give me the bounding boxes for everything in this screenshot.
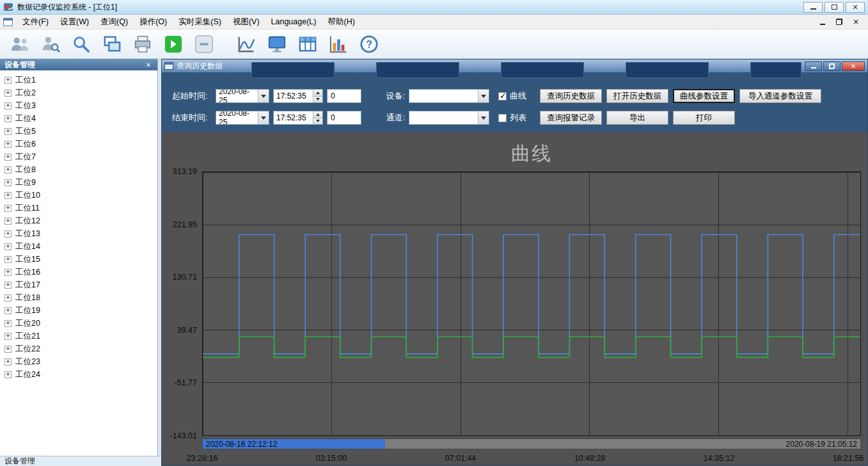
end-date-combobox[interactable]: 2020-08-25 <box>216 111 269 125</box>
close-button[interactable] <box>846 2 865 13</box>
spin-up-icon[interactable] <box>313 111 322 118</box>
spin-up-icon[interactable] <box>313 90 322 97</box>
tree-item-工位11[interactable]: 工位11 <box>4 202 157 214</box>
dropdown-arrow-icon[interactable] <box>258 90 269 102</box>
minimize-button[interactable] <box>803 2 823 13</box>
end-time-spinner[interactable]: 17:52:35 <box>273 111 323 125</box>
channel-combobox[interactable] <box>409 111 489 125</box>
expand-icon[interactable] <box>4 115 12 122</box>
dialog-restore-button[interactable] <box>823 61 840 71</box>
tree-item-工位15[interactable]: 工位15 <box>4 253 157 266</box>
tree-item-工位21[interactable]: 工位21 <box>4 330 157 342</box>
expand-icon[interactable] <box>4 218 12 225</box>
menu-item[interactable]: 设置(W) <box>54 15 95 29</box>
expand-icon[interactable] <box>4 346 12 353</box>
tree-item-工位18[interactable]: 工位18 <box>4 291 157 304</box>
mdi-restore-button[interactable] <box>834 17 844 26</box>
expand-icon[interactable] <box>4 320 12 327</box>
tree-item-工位19[interactable]: 工位19 <box>4 304 157 317</box>
user-search-icon[interactable] <box>38 32 63 56</box>
expand-icon[interactable] <box>4 205 12 212</box>
menu-item[interactable]: 查询(Q) <box>95 15 134 29</box>
import-channel-settings-button[interactable]: 导入通道参数设置 <box>739 89 821 103</box>
chart-scrollbar-thumb[interactable]: 2020-08-16 22:12:12 <box>203 439 385 449</box>
tree-item-工位20[interactable]: 工位20 <box>4 317 157 330</box>
dialog-close-button[interactable] <box>842 61 865 71</box>
open-history-button[interactable]: 打开历史数据 <box>606 89 668 103</box>
maximize-button[interactable] <box>825 2 844 13</box>
expand-icon[interactable] <box>4 371 12 378</box>
tree-item-工位2[interactable]: 工位2 <box>4 86 157 99</box>
expand-icon[interactable] <box>4 294 12 301</box>
curve-checkbox-group[interactable]: 曲线 <box>498 90 535 102</box>
menu-item[interactable]: 操作(O) <box>134 15 173 29</box>
tree-item-工位3[interactable]: 工位3 <box>4 99 157 112</box>
expand-icon[interactable] <box>4 154 12 161</box>
menu-item[interactable]: Language(L) <box>265 15 322 28</box>
expand-icon[interactable] <box>4 128 12 135</box>
tree-item-工位13[interactable]: 工位13 <box>4 227 157 240</box>
panel-close-button[interactable] <box>144 60 153 69</box>
expand-icon[interactable] <box>4 230 12 237</box>
windows-icon[interactable] <box>100 32 124 56</box>
start-ms-input[interactable] <box>327 89 361 103</box>
menu-item[interactable]: 文件(F) <box>17 15 54 29</box>
expand-icon[interactable] <box>4 282 12 289</box>
bar-chart-icon[interactable] <box>326 32 351 56</box>
mdi-close-button[interactable] <box>851 17 861 26</box>
curve-settings-button[interactable]: 曲线参数设置 <box>673 89 735 103</box>
expand-icon[interactable] <box>4 333 12 340</box>
dialog-minimize-button[interactable] <box>805 61 822 71</box>
expand-icon[interactable] <box>4 256 12 263</box>
expand-icon[interactable] <box>4 192 12 199</box>
dropdown-arrow-icon[interactable] <box>478 111 489 124</box>
tree-item-工位6[interactable]: 工位6 <box>4 138 157 150</box>
dropdown-arrow-icon[interactable] <box>478 90 489 102</box>
expand-icon[interactable] <box>4 307 12 314</box>
tree-item-工位12[interactable]: 工位12 <box>4 214 157 227</box>
help-icon[interactable]: ? <box>357 32 381 56</box>
start-icon[interactable] <box>161 32 185 56</box>
list-checkbox-group[interactable]: 列表 <box>498 112 535 124</box>
tree-item-工位23[interactable]: 工位23 <box>4 355 157 368</box>
tree-item-工位9[interactable]: 工位9 <box>4 176 157 189</box>
tree-item-工位17[interactable]: 工位17 <box>4 278 157 291</box>
start-date-combobox[interactable]: 2020-08-25 <box>216 89 269 103</box>
tree-item-工位24[interactable]: 工位24 <box>4 368 157 381</box>
chart-scrollbar[interactable]: 2020-08-16 22:12:12 2020-08-19 21:05:12 <box>202 438 861 449</box>
expand-icon[interactable] <box>4 243 12 250</box>
curve-checkbox[interactable] <box>498 92 507 100</box>
tree-item-工位22[interactable]: 工位22 <box>4 342 157 355</box>
stop-icon[interactable] <box>192 32 216 56</box>
expand-icon[interactable] <box>4 77 12 84</box>
export-button[interactable]: 导出 <box>606 111 668 125</box>
tree-item-工位10[interactable]: 工位10 <box>4 189 157 202</box>
expand-icon[interactable] <box>4 166 12 173</box>
tree-item-工位14[interactable]: 工位14 <box>4 240 157 253</box>
menu-item[interactable]: 视图(V) <box>227 15 265 29</box>
query-alarms-button[interactable]: 查询报警记录 <box>540 111 602 125</box>
search-icon[interactable] <box>69 32 93 56</box>
tree-item-工位5[interactable]: 工位5 <box>4 125 157 138</box>
users-icon[interactable] <box>8 32 32 56</box>
tree-item-工位4[interactable]: 工位4 <box>4 112 157 125</box>
menu-item[interactable]: 实时采集(S) <box>173 15 227 29</box>
tree-item-工位8[interactable]: 工位8 <box>4 163 157 176</box>
expand-icon[interactable] <box>4 269 12 276</box>
monitor-icon[interactable] <box>265 32 289 56</box>
start-time-spinner[interactable]: 17:52:35 <box>273 89 323 103</box>
print-icon[interactable] <box>130 32 155 56</box>
tree-item-工位7[interactable]: 工位7 <box>4 150 157 163</box>
tree-item-工位1[interactable]: 工位1 <box>4 74 157 86</box>
spin-down-icon[interactable] <box>313 118 322 125</box>
mdi-minimize-button[interactable] <box>817 17 828 26</box>
device-combobox[interactable] <box>409 89 489 103</box>
expand-icon[interactable] <box>4 358 12 366</box>
list-checkbox[interactable] <box>498 114 507 122</box>
query-history-button[interactable]: 查询历史数据 <box>540 89 602 103</box>
menu-item[interactable]: 帮助(H) <box>322 15 360 29</box>
spin-down-icon[interactable] <box>313 97 322 103</box>
dropdown-arrow-icon[interactable] <box>258 111 269 124</box>
table-icon[interactable] <box>296 32 320 56</box>
end-ms-input[interactable] <box>327 111 361 125</box>
